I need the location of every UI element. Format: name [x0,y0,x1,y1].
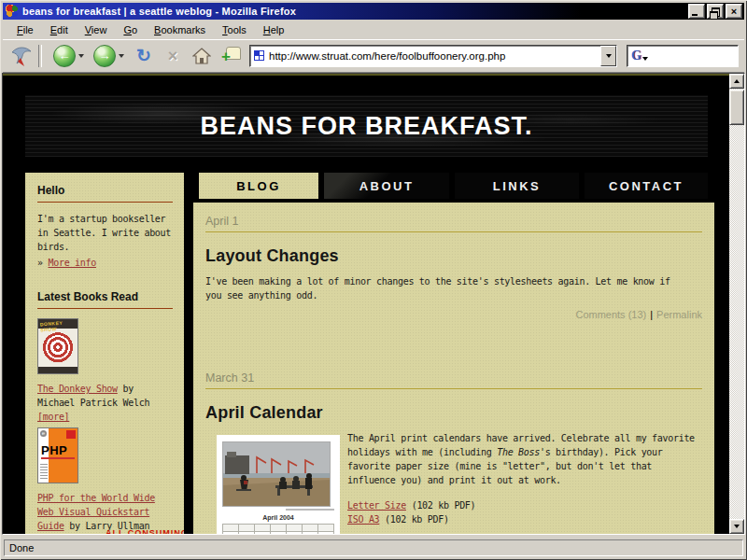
plus-icon: + [221,49,231,64]
main-content: April 1 Layout Changes I've been making … [193,203,714,534]
home-icon [192,47,211,65]
close-icon: × [731,7,737,17]
status-bar: Done [3,537,744,557]
bookmark-grid-icon [254,50,264,61]
menu-file[interactable]: File [8,22,42,37]
permalink-link[interactable]: Permalink [656,533,702,534]
comments-link[interactable]: Comments (2) [582,533,647,534]
post-date: March 31 [205,359,702,385]
minimize-icon [692,14,698,16]
calendar-photo-caption [286,509,334,511]
status-panel: Done [4,539,743,556]
post-date: April 1 [205,203,702,228]
scroll-up-button[interactable] [729,74,744,89]
minimize-button[interactable] [688,4,705,19]
blog-post-april-1: April 1 Layout Changes I've been making … [205,203,702,320]
sidebar-rule [37,202,173,203]
calendar-month-title: April 2004 [222,514,334,521]
firefox-app-icon [6,5,19,18]
google-logo-icon: G [631,49,641,63]
url-bar[interactable]: http://www.struat.com/here/foolbuffooner… [249,45,617,67]
menu-bar: File Edit View Go Bookmarks Tools Help [3,20,744,39]
url-dropdown-button[interactable] [600,46,616,66]
post-meta: Comments (13)|Permalink [205,309,702,320]
letter-size-pdf-link[interactable]: Letter Size [347,500,406,511]
book-more-link-donkey[interactable]: [more] [37,412,69,422]
menu-edit[interactable]: Edit [42,22,77,37]
reload-icon: ↻ [136,47,151,64]
tab-blog[interactable]: BLOG [199,173,318,199]
calendar-photo [222,441,331,507]
search-engine-dropdown-icon[interactable] [642,57,648,61]
restore-button[interactable] [707,4,724,19]
all-consuming-link[interactable]: ALL CONSUMING [106,528,184,534]
sidebar-rule [37,308,173,309]
browser-window: beans for breakfast | a seattle weblog -… [0,0,747,560]
sidebar-heading-hello: Hello [37,184,173,197]
restore-icon [712,7,720,17]
title-bar: beans for breakfast | a seattle weblog -… [3,3,744,20]
permalink-link[interactable]: Permalink [656,309,702,320]
book-caption-donkey-show: The Donkey Show by Michael Patrick Welch… [37,382,173,424]
vertical-scrollbar[interactable] [729,74,744,534]
back-dropdown-icon[interactable] [78,54,84,58]
mozilla-bird-icon [10,44,33,68]
sidebar-intro: I'm a startup bookseller in Seattle. I w… [37,212,173,254]
browser-viewport: BEANS FOR BREAKFAST. BLOG ABOUT LINKS CO… [2,73,745,535]
menu-tools[interactable]: Tools [214,22,255,37]
navigation-toolbar: ← → ↻ × + http://www.struat.com/here/foo… [3,39,744,73]
calendar-grid [222,524,334,534]
blog-post-march-31: March 31 April Calendar [205,359,702,534]
back-button[interactable]: ← [53,45,76,67]
window-title: beans for breakfast | a seattle weblog -… [22,6,688,17]
site-nav-tabs: BLOG ABOUT LINKS CONTACT [199,173,708,199]
scrollbar-thumb[interactable] [729,90,744,125]
php-cover-badge [66,430,76,439]
book-cover-php[interactable]: e PHP [37,427,78,483]
tab-links[interactable]: LINKS [455,173,579,199]
post-body: I've been making a lot of minor changes … [205,274,680,302]
sidebar-heading-books: Latest Books Read [37,290,173,303]
stop-icon: × [168,48,178,64]
more-info-line: » More info [37,256,173,270]
book-link-donkey-show[interactable]: The Donkey Show [37,384,118,394]
post-title: Layout Changes [205,246,702,266]
reload-button[interactable]: ↻ [134,45,154,67]
menu-view[interactable]: View [77,22,116,37]
forward-dropdown-icon[interactable] [119,54,124,58]
post-date-rule [205,388,702,389]
tab-about[interactable]: ABOUT [324,173,449,199]
post-date-rule [205,231,702,232]
search-bar[interactable]: G [627,45,739,67]
stop-button[interactable]: × [162,45,183,67]
calendar-thumbnail[interactable]: April 2004 [217,435,340,534]
emphasized-text: The Boss [497,447,540,457]
triangle-down-icon [734,525,740,528]
more-info-link[interactable]: More info [48,258,96,268]
home-button[interactable] [191,45,212,67]
status-text: Done [9,542,34,553]
webpage: BEANS FOR BREAKFAST. BLOG ABOUT LINKS CO… [3,74,729,534]
site-title: BEANS FOR BREAKFAST. [200,112,532,141]
book-cover-donkey-show[interactable]: DONKEY SHOW [37,318,78,374]
menu-go[interactable]: Go [115,22,146,37]
triangle-up-icon [734,79,740,83]
menu-help[interactable]: Help [255,22,293,37]
new-tab-button[interactable]: + [220,45,241,67]
comments-link[interactable]: Comments (13) [575,309,646,320]
iso-a3-pdf-link[interactable]: ISO A3 [347,514,379,525]
menu-bookmarks[interactable]: Bookmarks [146,22,214,37]
toolbar-separator [38,45,42,67]
scroll-down-button[interactable] [729,519,744,534]
arrow-icon: » [37,258,43,268]
forward-button[interactable]: → [93,45,116,67]
close-button[interactable]: × [726,4,742,19]
sidebar: Hello I'm a startup bookseller in Seattl… [25,173,184,534]
post-title: April Calendar [205,403,702,423]
site-header-image: BEANS FOR BREAKFAST. [25,95,708,157]
tab-contact[interactable]: CONTACT [585,173,708,199]
url-text[interactable]: http://www.struat.com/here/foolbuffooner… [269,50,600,62]
